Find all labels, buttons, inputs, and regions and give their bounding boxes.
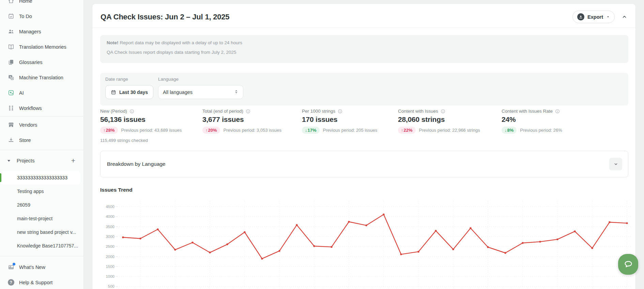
- strings-checked-footnote: 115,499 strings checked: [100, 138, 148, 143]
- header-divider: [92, 28, 635, 28]
- stat-value: 24%: [502, 115, 562, 124]
- note-prefix: Note!: [107, 40, 119, 45]
- trend-arrow-icon: ↓: [505, 128, 507, 133]
- sidebar-primary-nav: Home To Do Managers Translation Memories…: [0, 0, 83, 116]
- project-item[interactable]: Testing apps: [0, 184, 83, 198]
- sidebar: Home To Do Managers Translation Memories…: [0, 0, 84, 289]
- stat-label: Total (end of period): [202, 109, 243, 114]
- breakdown-expand-button[interactable]: [609, 158, 622, 171]
- project-item-label: 26059: [17, 202, 30, 208]
- calendar-icon: [111, 90, 116, 95]
- report-card: QA Check Issues: Jun 2 – Jul 1, 2025 Exp…: [92, 3, 636, 289]
- project-item[interactable]: 26059: [0, 198, 83, 212]
- sidebar-item-translation-memories[interactable]: Translation Memories: [0, 39, 83, 54]
- select-stepper-icon: [234, 89, 239, 95]
- header-actions: Export: [572, 11, 627, 23]
- chevron-up-icon: [622, 14, 627, 20]
- sidebar-item-machine-translation[interactable]: Machine Translation: [0, 70, 83, 85]
- svg-text:4500: 4500: [106, 205, 114, 209]
- stat-value: 56,136 issues: [100, 115, 182, 124]
- info-icon[interactable]: [129, 109, 134, 114]
- breakdown-title: Breakdown by Language: [107, 161, 166, 167]
- chat-widget-button[interactable]: [618, 254, 638, 275]
- project-item-selected[interactable]: 3333333333333333333: [0, 171, 80, 184]
- export-button-label: Export: [587, 14, 603, 20]
- sidebar-footer-nav: What's New ? Help & Support: [0, 259, 83, 289]
- sidebar-item-label: AI: [19, 90, 24, 96]
- sidebar-item-vendors[interactable]: Vendors: [0, 117, 83, 132]
- stat-previous-period: Previous period: 43,689 issues: [121, 128, 182, 133]
- project-item[interactable]: new string based project v...: [0, 225, 83, 239]
- stat-change-badge: ↑22%: [398, 127, 416, 134]
- project-item-label: Testing apps: [17, 189, 44, 194]
- svg-text:1000: 1000: [106, 274, 114, 278]
- dropdown-caret-icon: [606, 15, 610, 19]
- sidebar-item-label: Store: [19, 138, 31, 143]
- whats-new-icon: [7, 264, 14, 271]
- stat-new-period: New (Period) 56,136 issues ↑28% Previous…: [100, 109, 182, 134]
- project-item-label: main-test-project: [17, 216, 52, 221]
- info-icon[interactable]: [555, 109, 560, 114]
- sidebar-item-whats-new[interactable]: What's New: [0, 259, 83, 275]
- svg-text:3000: 3000: [106, 235, 114, 239]
- sidebar-item-label: Glossaries: [19, 60, 43, 65]
- stat-value: 3,677 issues: [202, 115, 281, 124]
- svg-text:1500: 1500: [106, 264, 114, 269]
- sidebar-item-label: Translation Memories: [19, 44, 66, 50]
- sidebar-item-label: Help & Support: [19, 280, 52, 285]
- stat-change-value: 8%: [507, 128, 514, 133]
- store-download-icon: [7, 137, 14, 144]
- note-text: Report data may be displayed with a dela…: [120, 40, 242, 45]
- issues-trend-title: Issues Trend: [100, 187, 133, 193]
- page-title: QA Check Issues: Jun 2 – Jul 1, 2025: [101, 13, 229, 21]
- projects-header-label: Projects: [17, 158, 34, 163]
- sidebar-item-label: Workflows: [19, 106, 42, 111]
- filters-panel: Date range Language Last 30 days All lan…: [100, 73, 628, 106]
- stat-total-end-of-period: Total (end of period) 3,677 issues ↑20% …: [202, 109, 281, 134]
- export-download-icon: [577, 13, 584, 20]
- collapse-report-button[interactable]: [622, 14, 627, 20]
- info-icon[interactable]: [441, 109, 445, 114]
- stat-content-with-issues-rate: Content with Issues Rate 24% ↓8% Previou…: [502, 109, 562, 134]
- sidebar-item-label: To Do: [19, 14, 32, 19]
- project-item[interactable]: main-test-project: [0, 212, 83, 225]
- sidebar-item-ai[interactable]: AI: [0, 85, 83, 100]
- managers-icon: [7, 28, 14, 35]
- date-range-picker[interactable]: Last 30 days: [105, 85, 153, 99]
- sidebar-item-managers[interactable]: Managers: [0, 24, 83, 39]
- machine-translation-icon: [7, 74, 14, 81]
- chevron-down-icon: [613, 162, 618, 167]
- sidebar-item-label: Vendors: [19, 122, 37, 128]
- stat-change-value: 28%: [106, 128, 115, 133]
- sidebar-item-label: Home: [19, 0, 32, 4]
- qa-check-issues-dashboard: { "sidebar": { "nav_primary": [ {"label"…: [0, 0, 644, 289]
- svg-text:4000: 4000: [106, 214, 114, 219]
- project-item-label: 3333333333333333333: [17, 175, 67, 180]
- stat-change-badge: ↓17%: [302, 127, 320, 134]
- stat-label: Content with Issues: [398, 109, 438, 114]
- sidebar-item-label: Managers: [19, 29, 41, 34]
- projects-collapse-caret-icon[interactable]: [7, 160, 10, 162]
- language-select[interactable]: All languages: [158, 85, 243, 99]
- notification-dot: [13, 263, 15, 266]
- projects-list: 3333333333333333333 Testing apps 26059 m…: [0, 171, 83, 253]
- sidebar-item-glossaries[interactable]: Glossaries: [0, 54, 83, 70]
- sidebar-item-home[interactable]: Home: [0, 0, 83, 9]
- add-project-plus-icon[interactable]: +: [71, 157, 75, 164]
- sidebar-item-help-support[interactable]: ? Help & Support: [0, 275, 83, 289]
- sidebar-item-todo[interactable]: To Do: [0, 9, 83, 24]
- sidebar-item-workflows[interactable]: Workflows: [0, 100, 83, 116]
- chat-bubble-icon: [623, 259, 633, 270]
- info-icon[interactable]: [246, 109, 250, 114]
- language-label: Language: [158, 77, 179, 82]
- stat-value: 170 issues: [302, 115, 377, 124]
- svg-text:2000: 2000: [106, 255, 114, 259]
- breakdown-by-language-panel: Breakdown by Language: [100, 151, 628, 177]
- export-button[interactable]: Export: [572, 11, 615, 23]
- project-item[interactable]: Knowledge Base17107757...: [0, 239, 83, 253]
- vendors-icon: [7, 122, 14, 128]
- stat-label: Content with Issues Rate: [502, 109, 553, 114]
- stat-previous-period: Previous period: 26%: [520, 128, 562, 133]
- sidebar-item-store[interactable]: Store: [0, 132, 83, 148]
- info-icon[interactable]: [338, 109, 342, 114]
